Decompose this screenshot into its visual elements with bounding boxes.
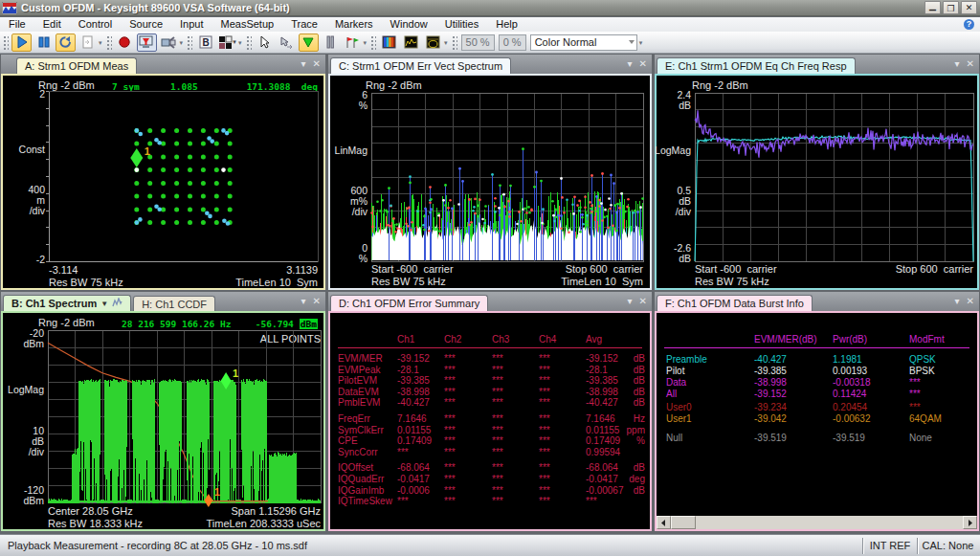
tab-h-ch1-ccdf[interactable]: H: Ch1 CCDF: [133, 296, 215, 311]
threshold-percent-field[interactable]: 0 %: [499, 34, 526, 51]
horizontal-scrollbar[interactable]: [657, 516, 977, 529]
select-pointer-button[interactable]: [255, 33, 275, 52]
menu-utilities[interactable]: Utilities: [436, 17, 487, 32]
menu-meassetup[interactable]: MeasSetup: [212, 17, 283, 32]
tab-f-ch1-ofdm-data-burst-info[interactable]: F: Ch1 OFDM Data Burst Info: [657, 295, 813, 311]
tab-label: H: Ch1 CCDF: [142, 299, 207, 310]
restart-button[interactable]: [56, 33, 76, 52]
tab-c-strm1-ofdm-err-vect-spectrum[interactable]: C: Strm1 OFDM Err Vect Spectrum: [330, 57, 511, 74]
toolbar-grip[interactable]: [451, 34, 457, 50]
menu-help[interactable]: Help: [487, 17, 526, 32]
window-title: Custom OFDM - Keysight 89600 VSA Softwar…: [21, 2, 290, 13]
menu-trace[interactable]: Trace: [282, 17, 326, 32]
toolbar-overflow-icon[interactable]: ▾: [639, 33, 643, 52]
toolbar-overflow-icon[interactable]: ▾: [180, 33, 184, 52]
trace-display-1-button[interactable]: [401, 33, 421, 52]
menu-control[interactable]: Control: [70, 17, 121, 32]
toolbar-overflow-icon[interactable]: ▾: [444, 33, 448, 52]
tab-close-icon[interactable]: ✕: [967, 55, 974, 74]
toolbar-overflow-icon[interactable]: ▾: [99, 33, 102, 52]
color-scheme-field[interactable]: Color Normal: [530, 34, 637, 51]
tab-d-ch1-ofdm-error-summary[interactable]: D: Ch1 OFDM Error Summary: [330, 295, 488, 311]
menu-markers[interactable]: Markers: [326, 17, 382, 32]
play-button[interactable]: [11, 33, 32, 52]
tab-dropdown-icon[interactable]: ▼: [100, 300, 108, 308]
spectrogram-display-button[interactable]: [379, 33, 399, 52]
cell-value: ***: [539, 462, 550, 473]
panel-e: E: Ch1 Strm1 OFDM Eq Ch Freq Resp▾✕Rng -…: [655, 55, 979, 290]
input-analyzer-button[interactable]: [137, 33, 157, 52]
help-icon[interactable]: ?: [964, 19, 974, 30]
cell-unit: dB: [616, 397, 645, 408]
tab-close-icon[interactable]: ✕: [639, 55, 647, 74]
scroll-left-button[interactable]: [657, 516, 671, 529]
minimize-button[interactable]: ▁: [924, 1, 941, 14]
calibration-button[interactable]: [159, 33, 179, 52]
move-marker-button[interactable]: [277, 33, 297, 52]
toolbar-grip[interactable]: [105, 34, 112, 50]
toolbar-grip[interactable]: [369, 34, 376, 50]
tab-close-icon[interactable]: ✕: [313, 55, 321, 74]
tab-menu-icon[interactable]: ▾: [955, 55, 960, 74]
cell-value: BPSK: [909, 366, 935, 376]
cell-value: ***: [492, 397, 503, 408]
tab-label: C: Strm1 OFDM Err Vect Spectrum: [339, 60, 502, 72]
pause-button[interactable]: [33, 33, 54, 52]
toolbar-grip[interactable]: [2, 34, 9, 50]
menu-edit[interactable]: Edit: [34, 17, 70, 32]
tab-close-icon[interactable]: ✕: [967, 292, 974, 311]
single-step-button[interactable]: [78, 33, 98, 52]
transparency-percent-field[interactable]: 50 %: [461, 34, 495, 51]
marker-peak-button[interactable]: [299, 33, 319, 52]
tab-b-ch1-spectrum[interactable]: B: Ch1 Spectrum▼: [3, 295, 131, 311]
toolbar-overflow-icon[interactable]: ▾: [364, 33, 368, 52]
column-header: Ch2: [444, 334, 461, 345]
tab-label: A: Strm1 OFDM Meas: [25, 60, 128, 72]
cell-value: 1.1981: [833, 354, 862, 365]
tab-menu-icon[interactable]: ▾: [301, 55, 306, 74]
menu-input[interactable]: Input: [171, 17, 212, 32]
toolbar-overflow-icon[interactable]: ▾: [238, 33, 242, 52]
toolbar-grip[interactable]: [245, 34, 252, 50]
layout-grid-button[interactable]: ▾: [217, 33, 237, 52]
trace-display1-icon: [404, 35, 418, 49]
row-label: Pilot: [666, 366, 684, 376]
tab-close-icon[interactable]: ✕: [313, 292, 321, 311]
maximize-button[interactable]: ❐: [943, 1, 959, 14]
scroll-right-button[interactable]: [963, 516, 977, 529]
panel-c-content: Rng -2 dBm6%LinMag600m%/div0%Start -600 …: [328, 74, 652, 290]
status-int-ref: INT REF: [862, 538, 917, 554]
close-button[interactable]: ✕: [961, 1, 977, 14]
chart-a: 1: [3, 76, 323, 288]
status-cal: CAL: None: [917, 538, 978, 554]
band-power-markers-button[interactable]: [321, 33, 341, 52]
layout-b-icon: B: [199, 35, 212, 49]
tab-menu-icon[interactable]: ▾: [955, 292, 960, 311]
menu-source[interactable]: Source: [121, 17, 171, 32]
scrollbar-track[interactable]: [696, 516, 963, 529]
trace-display-2-button[interactable]: [423, 33, 443, 52]
layout-single-button[interactable]: B: [195, 33, 215, 52]
step-icon: [81, 35, 94, 49]
cell-value: 0.17409: [397, 435, 432, 446]
pause-icon: [37, 35, 51, 49]
chart-b: 11: [3, 313, 323, 529]
tab-close-icon[interactable]: ✕: [639, 292, 647, 311]
row-label: Null: [666, 433, 682, 443]
tab-e-ch1-strm1-ofdm-eq-ch-freq-resp[interactable]: E: Ch1 Strm1 OFDM Eq Ch Freq Resp: [657, 57, 856, 74]
title-bar[interactable]: Custom OFDM - Keysight 89600 VSA Softwar…: [0, 0, 980, 16]
marker-flags-button[interactable]: [343, 33, 363, 52]
scrollbar-thumb[interactable]: [671, 516, 696, 529]
record-button[interactable]: [115, 33, 135, 52]
cell-value: ***: [492, 413, 503, 424]
cell-value: ***: [397, 496, 409, 506]
toolbar-grip[interactable]: [186, 34, 192, 50]
tab-a-strm1-ofdm-meas[interactable]: A: Strm1 OFDM Meas: [16, 57, 137, 74]
tab-menu-icon[interactable]: ▾: [301, 292, 306, 311]
row-label: PmblEVM: [338, 397, 380, 408]
menu-file[interactable]: File: [0, 17, 34, 32]
tab-menu-icon[interactable]: ▾: [628, 55, 633, 74]
menu-window[interactable]: Window: [382, 17, 436, 32]
row-label: SymClkErr: [338, 425, 384, 435]
tab-menu-icon[interactable]: ▾: [628, 292, 633, 311]
